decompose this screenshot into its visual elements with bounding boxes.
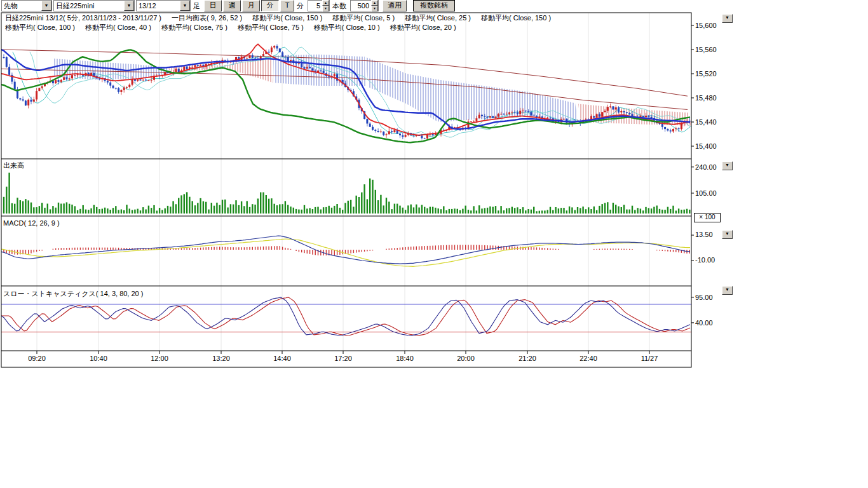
symbol-select[interactable]: 日経225mini ▼ [53, 0, 135, 11]
apply-button[interactable]: 適用 [383, 0, 407, 11]
stoch-series [1, 297, 691, 336]
period-month-button[interactable]: 月 [242, 0, 260, 11]
period-minute-button[interactable]: 分 [261, 0, 279, 11]
period-week-button[interactable]: 週 [223, 0, 241, 11]
bar-count-stepper[interactable]: 500 ▲▼ [350, 0, 379, 11]
toolbar: 先物 ▼ 日経225mini ▼ 13/12 ▼ 足 日 週 月 分 T 分 5… [0, 0, 868, 11]
bar-count-label: 本数 [332, 1, 346, 11]
period-tick-button[interactable]: T [280, 0, 294, 11]
volume-panel-dropdown-button[interactable]: ▼ [722, 161, 733, 170]
bar-type-label: 足 [193, 1, 200, 11]
volume-series [3, 173, 691, 214]
interval-stepper[interactable]: 5 ▲▼ [308, 0, 330, 11]
spin-up-icon[interactable]: ▲ [322, 0, 329, 6]
interval-value: 5 [308, 2, 322, 10]
chevron-down-icon[interactable]: ▼ [124, 1, 134, 11]
contract-month-select[interactable]: 13/12 ▼ [136, 0, 191, 11]
thin-ma-lines [1, 46, 691, 137]
multi-symbol-button[interactable]: 複数銘柄 [413, 0, 455, 11]
instrument-category-select[interactable]: 先物 ▼ [1, 0, 52, 11]
chevron-down-icon[interactable]: ▼ [41, 1, 51, 11]
spin-down-icon[interactable]: ▼ [371, 6, 378, 11]
contract-month-value: 13/12 [137, 2, 180, 10]
macd-panel-dropdown-button[interactable]: ▼ [722, 230, 733, 239]
symbol-value: 日経225mini [54, 1, 124, 11]
chevron-down-icon[interactable]: ▼ [180, 1, 190, 11]
spin-down-icon[interactable]: ▼ [322, 6, 329, 11]
ichimoku-cloud [54, 55, 691, 126]
bar-count-value: 500 [351, 2, 371, 10]
main-panel-dropdown-button[interactable]: ▼ [722, 14, 733, 23]
period-day-button[interactable]: 日 [204, 0, 222, 11]
volume-multiplier-box: × 100 [694, 213, 721, 222]
stoch-panel-dropdown-button[interactable]: ▼ [722, 286, 733, 295]
spin-up-icon[interactable]: ▲ [371, 0, 378, 6]
minute-unit-label: 分 [297, 1, 304, 11]
macd-series [1, 236, 690, 266]
chart-svg[interactable] [0, 0, 737, 372]
instrument-category-value: 先物 [2, 1, 41, 11]
